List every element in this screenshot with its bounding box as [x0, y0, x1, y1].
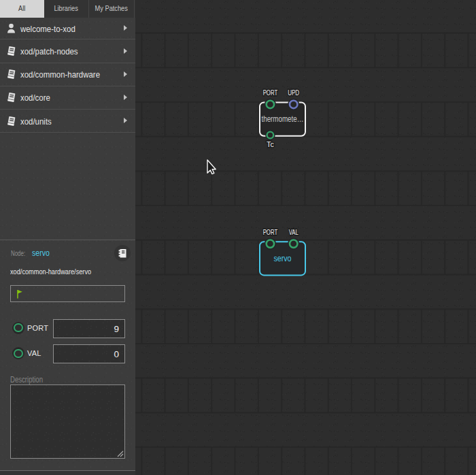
svg-text:servo: servo	[274, 254, 292, 263]
svg-text:PORT: PORT	[263, 88, 278, 97]
svg-text:VAL: VAL	[289, 228, 299, 236]
svg-text:UPD: UPD	[288, 88, 299, 97]
svg-text:thermomete…: thermomete…	[262, 114, 304, 124]
svg-text:PORT: PORT	[263, 228, 278, 236]
svg-text:Tc: Tc	[267, 140, 274, 148]
